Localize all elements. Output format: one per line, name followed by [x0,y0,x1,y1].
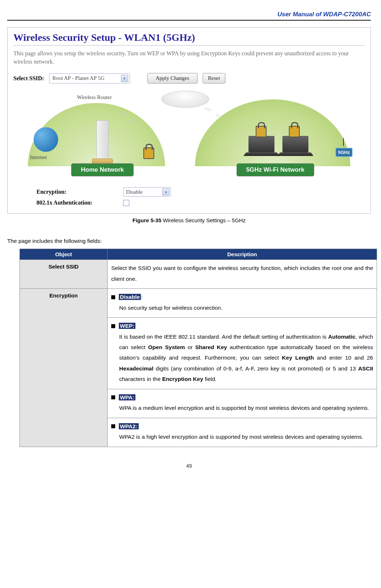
t: digits (any combination of 0-9, a-f, A-F… [153,365,358,372]
enc-wpa2-block: WPA2: WPA2 is a high level encryption an… [108,418,377,447]
b: Hexadecimal [119,365,153,372]
figure-number: Figure 5-35 [133,217,161,223]
col-description: Description [108,249,377,260]
figure-text: Wireless Security Settings – 5GHz [161,217,246,223]
b: ASCII [358,365,373,372]
laptop-icon [248,136,274,153]
screenshot-intro: This page allows you setup the wireless … [13,49,365,66]
lock-icon [256,126,267,137]
wifi-network-label: 5GHz Wi-Fi Network [237,163,314,176]
auth-checkbox[interactable] [123,200,129,206]
access-point-icon [161,91,209,108]
t: and enter 10 and 26 [314,355,373,361]
desc-encryption: Disable: No security setup for wireless … [108,289,377,447]
enc-wpa-text: WPA is a medium level encryption and is … [119,403,369,413]
home-network-label: Home Network [71,163,134,176]
select-ssid-value: Root AP - Planet AP 5G [52,75,104,81]
b: Open System [148,344,185,350]
encryption-value: Disable [126,189,143,195]
doc-header: User Manual of WDAP-C7200AC [7,11,371,19]
laptop-icon [282,136,308,153]
table-row: Select SSID Select the SSID you want to … [20,260,377,289]
enc-disable-tag: Disable [119,294,141,300]
wifi-network-dome [195,99,350,166]
lead-text: The page includes the following fields: [7,238,371,244]
lock-icon [289,126,300,137]
enc-wpa2-tag: WPA2: [119,423,139,429]
ghz-badge: 5GHz [335,148,352,157]
network-diagram: Wireless Router Internet ››› ››› ››› ›››… [28,89,350,181]
wave-icon: ››› [204,104,212,114]
t: or [185,344,195,350]
obj-encryption: Encryption [20,289,108,447]
fields-table: Object Description Select SSID Select th… [20,249,377,447]
lock-icon [143,147,154,159]
internet-label: Internet [30,154,47,160]
antenna-icon [343,138,344,146]
table-row: Encryption Disable: No security setup fo… [20,289,377,447]
enc-wep-block: WEP: It is based on the IEEE 802.11 stan… [108,317,377,389]
enc-wep-tag: WEP: [119,323,135,329]
bullet-icon [111,424,115,428]
router-label: Wireless Router [77,94,112,100]
reset-button[interactable]: Reset [203,73,225,83]
select-ssid-dropdown[interactable]: Root AP - Planet AP 5G ▾ [49,73,130,83]
chevron-down-icon: ▾ [162,188,169,196]
auth-label: 802.1x Authentication: [36,199,123,206]
t: It is based on the IEEE 802.11 standard.… [119,334,328,340]
bullet-icon [111,295,115,299]
enc-disable-colon: : [141,294,142,300]
select-ssid-label: Select SSID: [13,75,44,82]
enc-wpa2-text: WPA2 is a high level encryption and is s… [119,432,363,442]
table-header-row: Object Description [20,249,377,260]
enc-disable-text: No security setup for wireless connectio… [119,302,222,313]
router-icon [96,120,109,161]
encryption-label: Encryption: [36,189,123,195]
t: field. [203,376,217,382]
screenshot-title-rule [13,45,365,46]
screenshot-title: Wireless Security Setup - WLAN1 (5GHz) [13,32,365,43]
b: Key Length [282,355,314,361]
obj-select-ssid: Select SSID [20,260,108,289]
desc-select-ssid: Select the SSID you want to configure th… [108,260,377,289]
encryption-dropdown[interactable]: Disable ▾ [123,187,171,197]
enc-wpa-block: WPA: WPA is a medium level encryption an… [108,389,377,418]
b: Automatic [328,334,356,340]
screenshot-settings: Encryption: Disable ▾ 802.1x Authenticat… [36,187,365,206]
bullet-icon [111,395,115,399]
enc-disable-block: Disable: No security setup for wireless … [108,289,377,317]
figure-caption: Figure 5-35 Wireless Security Settings –… [7,217,371,223]
b: Encryption Key [162,376,203,382]
header-rule [7,20,371,21]
col-object: Object [20,249,108,260]
screenshot-controls: Select SSID: Root AP - Planet AP 5G ▾ Ap… [13,73,365,83]
screenshot-figure: Wireless Security Setup - WLAN1 (5GHz) T… [7,27,371,214]
enc-wpa-tag: WPA: [119,394,135,400]
apply-changes-button[interactable]: Apply Changes [147,73,198,83]
bullet-icon [111,324,115,328]
t: characters in the [119,376,162,382]
chevron-down-icon: ▾ [121,75,128,82]
page-number: 49 [7,463,371,469]
b: Shared Key [195,344,227,350]
globe-icon [34,127,58,152]
